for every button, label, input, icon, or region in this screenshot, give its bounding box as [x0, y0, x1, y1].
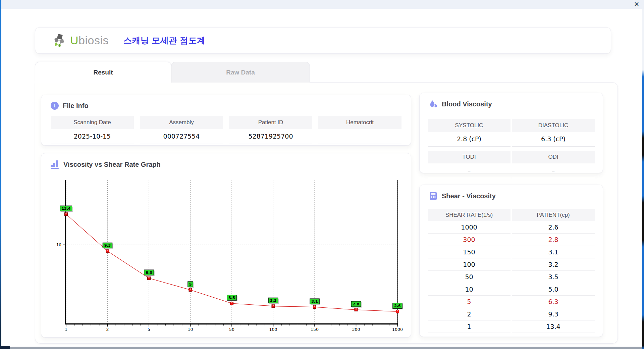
- shear-table-row: 503.5: [428, 271, 595, 283]
- blood-viscosity-card: Blood Viscosity SYSTOLICDIASTOLIC2.8 (cP…: [419, 93, 603, 173]
- brand-wordmark: Ubiosis: [70, 34, 109, 47]
- patient-viscosity-cell: 2.8: [512, 234, 595, 246]
- graph-header: Viscosity vs Shear Rate Graph: [51, 160, 161, 169]
- shear-rate-cell: 100: [428, 258, 511, 271]
- droplets-icon: [429, 100, 438, 108]
- file-info-fields: Scanning Date2025-10-15Assembly000727554…: [51, 116, 401, 144]
- x-tick-label: 50: [229, 327, 234, 332]
- file-info-card: i File Info Scanning Date2025-10-15Assem…: [41, 95, 411, 146]
- app-title-korean: 스캐닝 모세관 점도계: [123, 35, 205, 46]
- shear-table-column-header: PATIENT(cp): [512, 209, 595, 221]
- x-tick-label: 1: [65, 327, 67, 332]
- patient-viscosity-cell: 9.3: [512, 308, 595, 320]
- shear-rate-cell: 1: [428, 320, 511, 333]
- app-header: Ubiosis 스캐닝 모세관 점도계: [35, 27, 611, 54]
- tab-raw-data[interactable]: Raw Data: [171, 62, 310, 83]
- shear-table-row: 1503.1: [428, 246, 595, 258]
- file-info-field: Patient ID52871925700: [229, 116, 312, 144]
- polygon-cluster-logo-icon: [53, 33, 68, 48]
- window-right-edge: [642, 9, 644, 349]
- shear-rate-cell: 1000: [428, 221, 511, 234]
- value-label-text: 5: [189, 282, 192, 287]
- shear-viscosity-card: Shear - Viscosity SHEAR RATE(1/s)PATIENT…: [419, 185, 603, 337]
- marker-notch: [231, 302, 232, 303]
- tab-raw-data-label: Raw Data: [226, 69, 255, 76]
- graph-title: Viscosity vs Shear Rate Graph: [63, 161, 161, 168]
- x-tick-label: 300: [352, 327, 360, 332]
- bv-spacer: [428, 147, 595, 151]
- patient-viscosity-cell: 13.4: [512, 320, 595, 333]
- ubiosis-logo: Ubiosis: [53, 33, 109, 48]
- x-tick-label: 10: [188, 327, 193, 332]
- x-tick-label: 150: [311, 327, 319, 332]
- viscosity-chart-svg: 101251050100150300100013.49.36.353.53.23…: [65, 180, 398, 334]
- marker-notch: [314, 305, 315, 307]
- close-icon[interactable]: ✕: [634, 0, 639, 8]
- field-label: Patient ID: [229, 116, 312, 129]
- marker-notch: [273, 305, 274, 306]
- patient-viscosity-cell: 3.1: [512, 246, 595, 258]
- tab-result[interactable]: Result: [35, 62, 171, 83]
- shear-table-row: 29.3: [428, 308, 595, 320]
- brand-rest: biosis: [78, 34, 109, 47]
- value-label-text: 2.6: [394, 304, 401, 308]
- file-info-field: Scanning Date2025-10-15: [51, 116, 134, 144]
- calculator-icon: [429, 192, 438, 200]
- window-left-edge: [0, 0, 1, 349]
- shear-table-row: 113.4: [428, 320, 595, 333]
- file-info-title: File Info: [63, 102, 89, 110]
- bv-value-odi: –: [512, 163, 595, 178]
- shear-table-row: 1003.2: [428, 258, 595, 271]
- field-value: 2025-10-15: [51, 129, 134, 144]
- bv-label-todi: TODI: [428, 151, 511, 163]
- shear-table-row: 56.3: [428, 296, 595, 308]
- marker-notch: [149, 277, 150, 278]
- bv-value-systolic: 2.8 (cP): [428, 132, 511, 147]
- window-titlebar: ✕: [1, 0, 644, 9]
- patient-viscosity-cell: 3.2: [512, 258, 595, 271]
- shear-table-row: 10002.6: [428, 221, 595, 234]
- field-label: Assembly: [140, 116, 223, 129]
- shear-rate-cell: 5: [428, 296, 511, 308]
- info-icon: i: [51, 102, 59, 110]
- y-tick-label: 10: [56, 243, 61, 247]
- value-label-text: 9.3: [104, 243, 111, 248]
- x-tick-label: 1000: [392, 327, 403, 332]
- value-label-text: 3.5: [228, 296, 235, 300]
- shear-table-header-row: SHEAR RATE(1/s)PATIENT(cp): [428, 209, 595, 221]
- field-label: Hematocrit: [318, 116, 401, 129]
- bv-label-systolic: SYSTOLIC: [428, 119, 511, 132]
- blood-viscosity-title: Blood Viscosity: [442, 100, 492, 108]
- marker-notch: [356, 308, 357, 310]
- x-tick-label: 5: [148, 327, 150, 332]
- file-info-field: Hematocrit: [318, 116, 401, 144]
- shear-viscosity-header: Shear - Viscosity: [429, 192, 496, 200]
- tab-result-label: Result: [93, 69, 113, 76]
- value-label-text: 2.8: [353, 302, 360, 306]
- bv-label-diastolic: DIASTOLIC: [512, 119, 595, 132]
- field-value: [318, 129, 401, 144]
- x-tick-label: 2: [106, 327, 109, 332]
- shear-rate-cell: 150: [428, 246, 511, 258]
- bv-label-odi: ODI: [512, 151, 595, 163]
- shear-rate-cell: 300: [428, 234, 511, 246]
- marker-notch: [190, 288, 191, 290]
- value-label-text: 3.1: [311, 299, 318, 304]
- file-info-field: Assembly000727554: [140, 116, 223, 144]
- brand-letter-u: U: [70, 34, 78, 47]
- viscosity-graph-card: Viscosity vs Shear Rate Graph 1012510501…: [41, 153, 411, 338]
- shear-rate-cell: 10: [428, 283, 511, 296]
- field-value: 52871925700: [229, 129, 312, 144]
- marker-notch: [397, 310, 398, 311]
- window-bottom-edge: [0, 347, 644, 349]
- field-value: 000727554: [140, 129, 223, 144]
- window-bottom-corner: [0, 346, 10, 349]
- file-info-header: i File Info: [51, 102, 89, 110]
- patient-viscosity-cell: 5.0: [512, 283, 595, 296]
- marker-notch: [107, 250, 108, 251]
- shear-table-row: 3002.8: [428, 234, 595, 246]
- value-label-text: 13.4: [61, 206, 70, 211]
- patient-viscosity-cell: 6.3: [512, 296, 595, 308]
- shear-viscosity-table: SHEAR RATE(1/s)PATIENT(cp)10002.63002.81…: [428, 209, 595, 333]
- shear-table-column-header: SHEAR RATE(1/s): [428, 209, 511, 221]
